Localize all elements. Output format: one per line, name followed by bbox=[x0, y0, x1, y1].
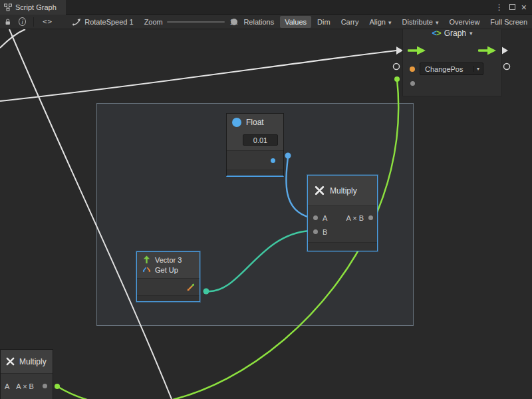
port-circle-right[interactable] bbox=[504, 64, 510, 70]
port-circle-left[interactable] bbox=[394, 64, 400, 70]
node-multiply-partial[interactable]: Multiply A A × B bbox=[0, 349, 53, 399]
graph-breadcrumb[interactable]: RotateSpeed 1 bbox=[72, 18, 133, 26]
overview-button[interactable]: Overview bbox=[445, 16, 485, 28]
node-vector3-get-up[interactable]: Vector 3 Get Up bbox=[136, 251, 200, 302]
fullscreen-button[interactable]: Full Screen bbox=[485, 16, 532, 28]
distribute-label: Distribute bbox=[402, 18, 433, 26]
chevron-down-icon: ▾ bbox=[473, 66, 483, 72]
carry-button[interactable]: Carry bbox=[336, 16, 364, 28]
vector3-node-header: Vector 3 Get Up bbox=[137, 252, 200, 278]
multiply-node-footer bbox=[308, 242, 377, 251]
chevron-down-icon: ▾ bbox=[388, 19, 392, 26]
multiply-icon bbox=[5, 356, 15, 366]
maximize-icon[interactable] bbox=[509, 4, 515, 10]
node-multiply[interactable]: Multiply A A × B B bbox=[307, 175, 378, 251]
port-row-b: B bbox=[308, 225, 377, 239]
graph-canvas[interactable]: Float 0.01 Multiply A A × B bbox=[0, 0, 532, 399]
target-port[interactable] bbox=[410, 66, 415, 72]
relations-button[interactable]: Relations bbox=[239, 16, 279, 28]
multiply-input-a-label: A bbox=[323, 214, 327, 222]
multiply-node-title: Multiply bbox=[330, 186, 357, 196]
multiply-input-a-port[interactable] bbox=[313, 215, 318, 220]
graph-value-row bbox=[403, 78, 501, 94]
window-menu-icon[interactable]: ⋮ bbox=[495, 0, 503, 15]
code-icon[interactable]: <> bbox=[43, 17, 53, 26]
multiply-partial-output-port[interactable] bbox=[43, 384, 47, 388]
vector3-node-body bbox=[137, 278, 200, 295]
multiply-partial-header: Multiply bbox=[1, 350, 53, 373]
zoom-slider[interactable] bbox=[167, 17, 225, 27]
chevron-down-icon: ▾ bbox=[469, 30, 473, 37]
zoom-slider-track[interactable] bbox=[167, 21, 225, 23]
toolbar-separator bbox=[33, 17, 34, 27]
info-icon[interactable]: i bbox=[19, 17, 26, 26]
close-icon[interactable]: × bbox=[521, 0, 527, 15]
graph-value-port[interactable] bbox=[410, 81, 415, 86]
green-wire-knob-start[interactable] bbox=[55, 384, 60, 389]
zoom-slider-handle[interactable] bbox=[231, 19, 237, 25]
control-wire-left bbox=[0, 51, 396, 101]
float-node-header: Float 0.01 bbox=[227, 114, 283, 150]
multiply-input-b-port[interactable] bbox=[313, 229, 318, 234]
multiply-icon bbox=[314, 185, 325, 196]
node-graph[interactable]: <> Graph ▾ ChangePos ▾ bbox=[402, 25, 502, 96]
graph-flow-row bbox=[403, 40, 501, 61]
multiply-partial-output-label: A × B bbox=[16, 382, 34, 390]
tab-title: Script Graph bbox=[15, 3, 57, 11]
distribute-button[interactable]: Distribute▾ bbox=[398, 16, 444, 28]
multiply-partial-input-a-label: A bbox=[5, 382, 9, 390]
multiply-input-b-label: B bbox=[323, 228, 327, 236]
port-row-a: A A × B bbox=[1, 379, 53, 393]
multiply-output-label: A × B bbox=[346, 214, 364, 222]
zoom-label: Zoom bbox=[144, 18, 163, 26]
up-arrow-icon bbox=[142, 255, 151, 264]
align-label: Align bbox=[370, 18, 386, 26]
flow-output-port[interactable] bbox=[478, 46, 497, 55]
graph-asset-icon bbox=[72, 18, 81, 26]
lock-icon[interactable] bbox=[5, 17, 11, 27]
vector3-node-footer bbox=[137, 295, 200, 301]
get-up-label: Get Up bbox=[155, 266, 178, 274]
toolbar: i <> RotateSpeed 1 Zoom 1x Relations Val… bbox=[0, 15, 532, 29]
values-button[interactable]: Values bbox=[280, 16, 311, 28]
script-graph-icon bbox=[4, 3, 12, 11]
dim-button[interactable]: Dim bbox=[313, 16, 335, 28]
multiply-partial-ports: A A × B bbox=[1, 373, 53, 396]
control-wire-corner bbox=[0, 29, 25, 48]
multiply-partial-title: Multiply bbox=[19, 357, 47, 366]
green-wire-knob-end[interactable] bbox=[394, 76, 400, 82]
titlebar: Script Graph ⋮ × bbox=[0, 0, 532, 15]
graph-breadcrumb-label: RotateSpeed 1 bbox=[84, 18, 133, 26]
transform-arrows-icon bbox=[142, 266, 151, 274]
changepos-dropdown[interactable]: ChangePos ▾ bbox=[420, 63, 483, 75]
graph-node-title: Graph bbox=[444, 29, 466, 38]
script-graph-window: Float 0.01 Multiply A A × B bbox=[0, 0, 532, 399]
window-controls: ⋮ × bbox=[495, 0, 532, 15]
visual-script-icon: <> bbox=[432, 28, 440, 38]
flow-arrow-out[interactable] bbox=[501, 47, 508, 55]
multiply-node-header: Multiply bbox=[308, 176, 377, 205]
flow-input-port[interactable] bbox=[408, 46, 426, 55]
node-float[interactable]: Float 0.01 bbox=[226, 113, 284, 177]
changepos-dropdown-value: ChangePos bbox=[420, 65, 473, 73]
vector3-output-port[interactable] bbox=[187, 283, 195, 291]
float-type-icon bbox=[232, 118, 241, 127]
vector3-node-title: Vector 3 bbox=[155, 256, 182, 264]
float-node-body bbox=[227, 150, 283, 170]
multiply-output-port[interactable] bbox=[368, 215, 373, 220]
multiply-ports: A A × B B bbox=[308, 205, 377, 242]
tab-script-graph[interactable]: Script Graph bbox=[0, 0, 66, 15]
chevron-down-icon: ▾ bbox=[436, 19, 439, 26]
graph-dropdown-row: ChangePos ▾ bbox=[403, 61, 501, 78]
float-node-footer bbox=[227, 170, 283, 176]
align-button[interactable]: Align▾ bbox=[365, 16, 396, 28]
float-node-title: Float bbox=[246, 118, 264, 127]
port-row-a: A A × B bbox=[308, 211, 377, 225]
float-value-input[interactable]: 0.01 bbox=[243, 134, 278, 146]
float-output-port[interactable] bbox=[271, 158, 275, 163]
